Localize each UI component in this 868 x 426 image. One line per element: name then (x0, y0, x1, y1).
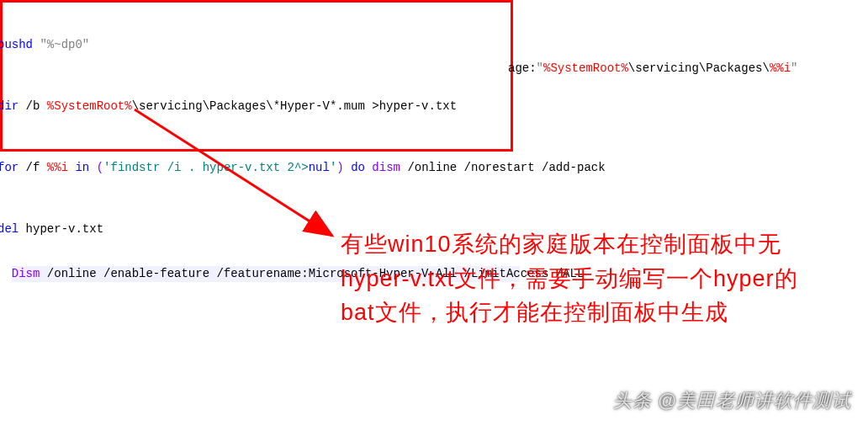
string-literal: "%~dp0" (40, 38, 89, 51)
loop-var: %%i (770, 61, 791, 75)
code-line-2: dir /b %SystemRoot%\servicing\Packages\*… (0, 99, 511, 115)
code-line-1: pushd "%~dp0" (0, 37, 511, 54)
env-var: %SystemRoot% (47, 99, 132, 113)
watermark-text: 头条 @美田老师讲软件测试 (613, 388, 851, 413)
code-line-3-overflow: age:"%SystemRoot%\servicing\Packages\%%i… (508, 61, 798, 75)
keyword-pushd: pushd (0, 38, 40, 51)
env-var: %SystemRoot% (543, 61, 628, 75)
keyword-dir: dir (0, 99, 19, 113)
cmd-dism: dism (365, 161, 400, 174)
annotation-text: 有些win10系统的家庭版本在控制面板中无hyper-v.txt文件，需要手动编… (341, 227, 799, 330)
keyword-for: for (0, 161, 19, 174)
cmd-dism: Dism (12, 267, 40, 280)
code-editor-box: pushd "%~dp0" dir /b %SystemRoot%\servic… (0, 0, 513, 152)
loop-var: %%i (47, 161, 68, 174)
keyword-del: del (0, 222, 19, 236)
code-line-3: for /f %%i in ('findstr /i . hyper-v.txt… (0, 160, 511, 177)
